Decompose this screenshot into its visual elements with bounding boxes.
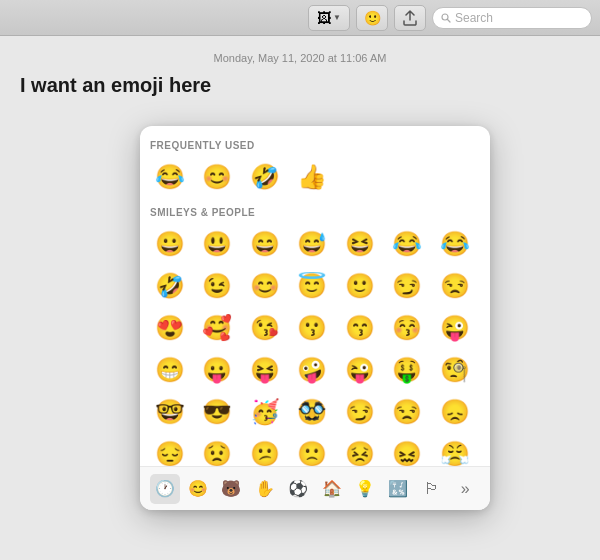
emoji-grid: 😀😃😄😅😆😂😂🤣😉😊😇🙂😏😒😍🥰😘😗😙😚😜😁😛😝🤪😜🤑🧐🤓😎🥳🥸😏😒😞😔😟😕🙁😣…: [150, 224, 480, 466]
emoji-cell[interactable]: 😄: [245, 224, 285, 264]
category-button-symbols[interactable]: 💡: [350, 474, 380, 504]
emoji-cell[interactable]: 🙁: [292, 434, 332, 466]
emoji-cell[interactable]: 😒: [435, 266, 475, 306]
emoji-cell[interactable]: 😏: [340, 392, 380, 432]
emoji-cell[interactable]: 😁: [150, 350, 190, 390]
emoji-cell[interactable]: 😛: [197, 350, 237, 390]
emoji-cell[interactable]: 😜: [340, 350, 380, 390]
message-text: I want an emoji here: [20, 74, 580, 97]
emoji-cell[interactable]: 🤣: [245, 157, 285, 197]
emoji-cell[interactable]: 😞: [435, 392, 475, 432]
emoji-cell[interactable]: 😅: [292, 224, 332, 264]
search-label: Search: [455, 11, 493, 25]
emoji-icon: 🙂: [364, 10, 381, 26]
emoji-cell[interactable]: 🧐: [435, 350, 475, 390]
emoji-cell[interactable]: 🥳: [245, 392, 285, 432]
section-label: SMILEYS & PEOPLE: [150, 207, 480, 218]
picker-footer: 🕐😊🐻✋⚽🏠💡🔣🏳»: [140, 466, 490, 510]
emoji-cell[interactable]: 😣: [340, 434, 380, 466]
emoji-cell[interactable]: 😕: [245, 434, 285, 466]
emoji-cell[interactable]: 🤓: [150, 392, 190, 432]
category-button-objects[interactable]: 🏠: [317, 474, 347, 504]
category-button-more[interactable]: »: [450, 474, 480, 504]
emoji-cell[interactable]: 😤: [435, 434, 475, 466]
toolbar: 🖼 ▼ 🙂 Search: [0, 0, 600, 36]
emoji-cell[interactable]: 😊: [245, 266, 285, 306]
emoji-cell[interactable]: 🤣: [150, 266, 190, 306]
emoji-cell[interactable]: 😊: [197, 157, 237, 197]
emoji-cell[interactable]: 😒: [387, 392, 427, 432]
share-button[interactable]: [394, 5, 426, 31]
emoji-cell[interactable]: 🥰: [197, 308, 237, 348]
emoji-cell[interactable]: 😏: [387, 266, 427, 306]
emoji-cell[interactable]: 😖: [387, 434, 427, 466]
category-button-animals[interactable]: 🐻: [216, 474, 246, 504]
emoji-cell[interactable]: 😀: [150, 224, 190, 264]
emoji-cell[interactable]: 😂: [435, 224, 475, 264]
search-box[interactable]: Search: [432, 7, 592, 29]
emoji-cell[interactable]: 🤑: [387, 350, 427, 390]
image-button[interactable]: 🖼 ▼: [308, 5, 350, 31]
emoji-cell[interactable]: 😂: [387, 224, 427, 264]
emoji-cell[interactable]: 😇: [292, 266, 332, 306]
search-icon: [441, 13, 451, 23]
date-label: Monday, May 11, 2020 at 11:06 AM: [20, 52, 580, 64]
category-button-recent[interactable]: 🕐: [150, 474, 180, 504]
category-button-smileys[interactable]: 😊: [183, 474, 213, 504]
emoji-cell[interactable]: 😂: [150, 157, 190, 197]
emoji-cell[interactable]: 🤪: [292, 350, 332, 390]
section-label: FREQUENTLY USED: [150, 140, 480, 151]
emoji-picker: FREQUENTLY USED😂😊🤣👍SMILEYS & PEOPLE😀😃😄😅😆…: [140, 126, 490, 510]
share-icon: [403, 10, 417, 26]
category-button-activities[interactable]: ⚽: [283, 474, 313, 504]
emoji-button[interactable]: 🙂: [356, 5, 388, 31]
category-button-hand[interactable]: ✋: [250, 474, 280, 504]
emoji-cell[interactable]: 😘: [245, 308, 285, 348]
emoji-cell[interactable]: 😜: [435, 308, 475, 348]
svg-line-1: [448, 19, 451, 22]
emoji-cell[interactable]: 😙: [340, 308, 380, 348]
emoji-cell[interactable]: 😍: [150, 308, 190, 348]
dropdown-arrow-icon: ▼: [333, 13, 341, 22]
emoji-cell[interactable]: 😉: [197, 266, 237, 306]
picker-scroll[interactable]: FREQUENTLY USED😂😊🤣👍SMILEYS & PEOPLE😀😃😄😅😆…: [140, 126, 490, 466]
emoji-cell[interactable]: 😟: [197, 434, 237, 466]
category-button-flags[interactable]: 🏳: [417, 474, 447, 504]
emoji-cell[interactable]: 😗: [292, 308, 332, 348]
emoji-cell[interactable]: 😝: [245, 350, 285, 390]
emoji-grid: 😂😊🤣👍: [150, 157, 480, 197]
category-button-symbols2[interactable]: 🔣: [383, 474, 413, 504]
emoji-cell[interactable]: 🙂: [340, 266, 380, 306]
image-icon: 🖼: [317, 10, 331, 26]
content-area: Monday, May 11, 2020 at 11:06 AM I want …: [0, 36, 600, 119]
emoji-cell[interactable]: 😆: [340, 224, 380, 264]
emoji-cell[interactable]: 😎: [197, 392, 237, 432]
emoji-cell[interactable]: 😚: [387, 308, 427, 348]
emoji-cell[interactable]: 😃: [197, 224, 237, 264]
emoji-cell[interactable]: 😔: [150, 434, 190, 466]
emoji-cell[interactable]: 👍: [292, 157, 332, 197]
emoji-cell[interactable]: 🥸: [292, 392, 332, 432]
